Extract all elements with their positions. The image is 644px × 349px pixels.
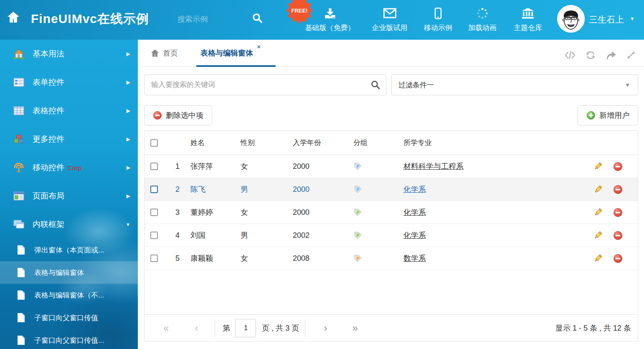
source-code-icon[interactable]	[565, 51, 576, 59]
edit-row-icon[interactable]	[593, 254, 603, 263]
row-checkbox[interactable]	[150, 232, 158, 239]
major-link[interactable]: 材料科学与工程系	[403, 162, 464, 171]
tab-home[interactable]: 首页	[150, 48, 178, 58]
header-search-icon[interactable]	[252, 13, 263, 23]
plus-circle-icon	[586, 111, 596, 120]
user-name[interactable]: 三生石上	[589, 14, 624, 25]
column-header-group[interactable]: 分组	[347, 138, 397, 148]
table-row[interactable]: 4 刘国 男 2002 化学系	[145, 224, 638, 247]
cell-year: 2000	[287, 185, 347, 194]
sidebar-subitem-child-to-parent[interactable]: 子窗口向父窗口传值	[0, 306, 138, 329]
page-prefix-label: 第	[223, 323, 230, 333]
filter-row: 过滤条件一 ▼	[144, 74, 638, 95]
major-link[interactable]: 化学系	[403, 185, 426, 194]
add-user-button[interactable]: 新增用户	[578, 105, 638, 125]
expand-icon[interactable]	[626, 51, 636, 60]
mail-icon	[383, 8, 396, 19]
sidebar-item-mobile-controls[interactable]: 移动控件 Corp. ▶	[0, 153, 138, 182]
edit-row-icon[interactable]	[593, 162, 603, 171]
table-row[interactable]: 1 张萍萍 女 2000 材料科学与工程系	[145, 155, 638, 178]
delete-row-icon[interactable]	[613, 208, 623, 217]
file-icon	[17, 245, 25, 255]
delete-selected-button[interactable]: 删除选中项	[144, 105, 212, 125]
app-window: FineUIMvc在线示例 FREE! 基础版（免费） 企业版试用 移动示例	[0, 0, 644, 349]
nav-item-mobile-demo[interactable]: 移动示例	[424, 8, 452, 33]
cell-group	[347, 231, 397, 240]
row-checkbox[interactable]	[150, 186, 158, 193]
sidebar-subitem-grid-edit-window[interactable]: 表格与编辑窗体	[0, 261, 138, 284]
table-row[interactable]: 3 董婷婷 女 2000 化学系	[145, 201, 638, 224]
last-page-icon[interactable]: »	[352, 323, 357, 333]
row-checkbox[interactable]	[150, 209, 158, 216]
grid-header-row: 姓名 性别 入学年份 分组 所学专业	[145, 131, 638, 155]
column-header-year[interactable]: 入学年份	[287, 138, 347, 148]
chevron-down-icon: ▼	[126, 222, 130, 227]
edit-row-icon[interactable]	[593, 185, 603, 194]
row-index: 4	[163, 231, 183, 240]
keyword-search-input[interactable]	[144, 74, 386, 95]
delete-row-icon[interactable]	[613, 254, 623, 263]
sidebar-item-basic-usage[interactable]: 基本用法 ▶	[0, 40, 138, 68]
chevron-right-icon: ▶	[127, 193, 130, 199]
pagination-bar: « ‹ 第 页 , 共 3 页 › » 显示 1 - 5 条 , 共 12 条	[145, 314, 638, 341]
cell-gender: 男	[234, 184, 287, 194]
filter-condition-select[interactable]: 过滤条件一 ▼	[391, 74, 638, 95]
home-icon[interactable]	[7, 11, 20, 23]
first-page-icon[interactable]: «	[163, 323, 169, 333]
sidebar-subitem-grid-edit-window-2[interactable]: 表格与编辑窗体（不...	[0, 284, 138, 306]
column-header-name[interactable]: 姓名	[183, 138, 234, 148]
nav-item-basic-free[interactable]: 基础版（免费）	[305, 8, 355, 33]
cell-year: 2000	[287, 208, 347, 217]
share-forward-icon[interactable]	[606, 51, 616, 60]
app-title[interactable]: FineUIMvc在线示例	[31, 10, 149, 28]
next-page-icon[interactable]: ›	[324, 323, 327, 333]
frames-icon	[13, 219, 25, 229]
cell-group	[347, 208, 397, 217]
tab-grid-edit-window[interactable]: 表格与编辑窗体 ×	[196, 40, 276, 67]
cell-year: 2000	[287, 162, 347, 171]
header-search-input[interactable]	[177, 12, 248, 27]
row-checkbox[interactable]	[150, 255, 158, 262]
pager-divider	[305, 319, 305, 337]
table-row[interactable]: 2 陈飞 男 2000 化学系	[145, 178, 638, 201]
sidebar-item-form-controls[interactable]: 表单控件 ▶	[0, 68, 138, 97]
nav-item-loading-animation[interactable]: 加载动画	[468, 8, 497, 33]
search-icon[interactable]	[370, 80, 380, 90]
sidebar-subitem-popup-window[interactable]: 弹出窗体（本页面或...	[0, 239, 138, 261]
user-avatar[interactable]	[557, 5, 585, 33]
column-header-major[interactable]: 所学专业	[397, 138, 583, 148]
major-link[interactable]: 数学系	[403, 254, 426, 262]
prev-page-icon[interactable]: ‹	[195, 323, 198, 333]
chevron-right-icon: ▶	[127, 51, 130, 57]
sidebar-item-more-controls[interactable]: 更多控件 ▶	[0, 125, 138, 153]
nav-item-enterprise-trial[interactable]: 企业版试用	[372, 8, 408, 33]
tab-bar: 首页 表格与编辑窗体 ×	[138, 40, 644, 67]
sidebar-item-grid-controls[interactable]: 表格控件 ▶	[0, 97, 138, 125]
select-all-checkbox[interactable]	[150, 139, 158, 147]
major-link[interactable]: 化学系	[403, 208, 426, 217]
sidebar-subitem-child-to-parent-2[interactable]: 子窗口向父窗口传值...	[0, 329, 138, 349]
cell-gender: 男	[234, 230, 287, 240]
sidebar: 基本用法 ▶ 表单控件 ▶ 表格控件 ▶ 更多控件 ▶	[0, 40, 138, 349]
major-link[interactable]: 化学系	[403, 231, 426, 239]
page-number-input[interactable]	[235, 319, 256, 337]
nav-item-theme-store[interactable]: 主题仓库	[514, 8, 542, 33]
column-header-gender[interactable]: 性别	[234, 138, 287, 148]
cell-year: 2002	[287, 231, 347, 240]
user-menu-caret-icon[interactable]: ▼	[630, 16, 635, 22]
refresh-icon[interactable]	[586, 51, 596, 60]
cubes-icon	[13, 134, 25, 144]
sidebar-item-page-layout[interactable]: 页面布局 ▶	[0, 182, 138, 210]
delete-row-icon[interactable]	[613, 162, 623, 171]
edit-row-icon[interactable]	[593, 208, 603, 217]
delete-row-icon[interactable]	[613, 185, 623, 194]
edit-row-icon[interactable]	[593, 231, 603, 240]
tab-close-icon[interactable]: ×	[257, 43, 261, 50]
chevron-right-icon: ▶	[127, 165, 130, 171]
pager-divider	[215, 319, 215, 337]
row-index: 2	[163, 185, 183, 194]
delete-row-icon[interactable]	[613, 231, 623, 240]
sidebar-item-inline-frames[interactable]: 内联框架 ▼	[0, 210, 138, 239]
table-row[interactable]: 5 康颖颖 女 2008 数学系	[145, 247, 638, 270]
row-checkbox[interactable]	[150, 163, 158, 170]
